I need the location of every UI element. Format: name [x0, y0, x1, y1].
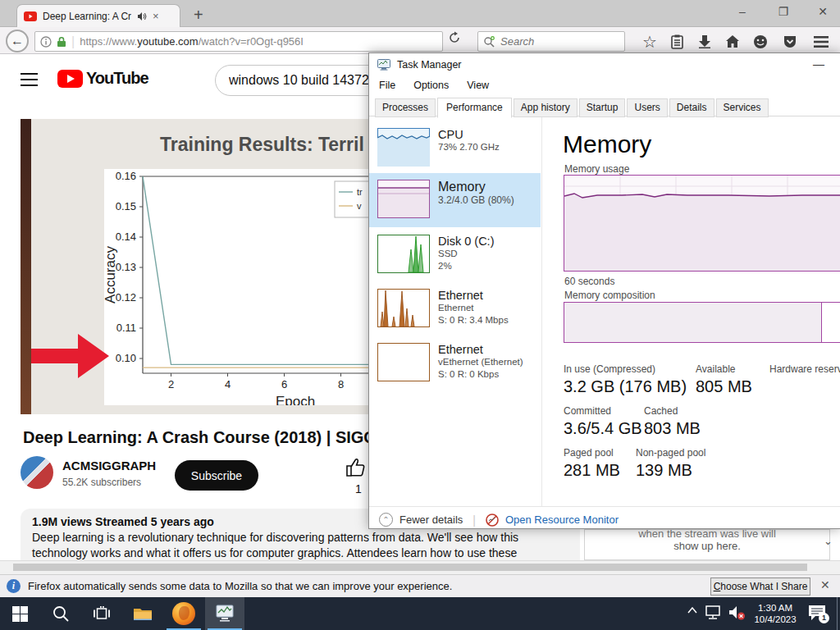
sidebar-ethernet-stats: S: 0 R: 3.4 Mbps	[438, 314, 509, 326]
tab-services[interactable]: Services	[716, 98, 769, 117]
fewer-details-icon[interactable]: ⌃	[379, 513, 393, 527]
sidebar-item-vethernet[interactable]: Ethernet vEthernet (Ethernet) S: 0 R: 0 …	[369, 340, 541, 393]
back-button[interactable]: ←	[6, 30, 29, 52]
channel-subscribers: 55.2K subscribers	[62, 477, 141, 488]
start-button[interactable]	[0, 597, 39, 630]
firefox-notification-bar: i Firefox automatically sends some data …	[0, 574, 840, 597]
browser-tab[interactable]: Deep Learning: A Cras... ×	[16, 4, 180, 27]
footer-separator	[369, 506, 840, 507]
svg-text:0.10: 0.10	[116, 352, 136, 364]
stat-in-use-label: In use (Compressed)	[564, 363, 703, 375]
resource-monitor-icon[interactable]	[486, 514, 499, 527]
youtube-menu-icon[interactable]	[21, 73, 38, 86]
channel-avatar[interactable]	[21, 456, 53, 489]
chevron-down-icon[interactable]: ⌄	[824, 535, 833, 547]
firefox-taskbar-button[interactable]	[164, 597, 203, 630]
home-icon[interactable]	[722, 31, 743, 52]
task-manager-window[interactable]: Task Manager — File Options View Process…	[368, 52, 840, 529]
sidebar-disk-name: Disk 0 (C:)	[438, 235, 494, 248]
notification-close-icon[interactable]: ✕	[820, 578, 830, 591]
footer-divider: |	[472, 514, 476, 527]
task-manager-taskbar-button[interactable]	[205, 597, 244, 630]
network-tray-icon[interactable]	[705, 605, 722, 620]
choose-what-i-share-button[interactable]: Choose What I Share	[710, 578, 810, 596]
taskbar-clock[interactable]: 1:30 AM 10/4/2023	[748, 602, 802, 625]
task-manager-minimize-button[interactable]: —	[801, 55, 837, 75]
menu-view[interactable]: View	[467, 80, 489, 91]
menu-hamburger-icon[interactable]	[810, 31, 832, 52]
live-chat-panel-fragment: when the stream was live will show up he…	[584, 529, 830, 560]
https-lock-icon[interactable]	[57, 36, 66, 48]
open-resource-monitor-link[interactable]: Open Resource Monitor	[505, 514, 619, 526]
vethernet-mini-graph	[377, 343, 430, 381]
subscribe-button[interactable]: Subscribe	[175, 460, 258, 491]
action-center-button[interactable]: 1	[808, 605, 826, 621]
youtube-logo-text: YouTube	[86, 69, 148, 88]
like-count: 1	[355, 482, 362, 495]
new-tab-button[interactable]: +	[194, 6, 203, 24]
task-manager-footer: ⌃ Fewer details | Open Resource Monitor	[379, 513, 619, 527]
url-path: /watch?v=r0Ogt-q956I	[199, 35, 304, 48]
volume-muted-tray-icon[interactable]	[728, 605, 746, 621]
tab-app-history[interactable]: App history	[514, 98, 578, 117]
stat-available-value: 805 MB	[696, 377, 835, 396]
stat-non-paged-pool: Non-paged pool 139 MB	[636, 447, 775, 480]
page-info-icon[interactable]	[40, 36, 52, 48]
url-bar[interactable]: | https://www.youtube.com/watch?v=r0Ogt-…	[34, 31, 443, 52]
tab-users[interactable]: Users	[627, 98, 667, 117]
taskbar-search-button[interactable]	[41, 597, 80, 630]
sidebar-item-cpu[interactable]: CPU 73% 2.70 GHz	[369, 126, 541, 178]
notification-badge: 1	[819, 613, 829, 623]
tab-close-icon[interactable]: ×	[153, 10, 159, 22]
task-view-icon	[93, 606, 111, 621]
svg-text:2: 2	[168, 378, 174, 390]
tab-startup[interactable]: Startup	[579, 98, 626, 117]
file-explorer-button[interactable]	[123, 597, 162, 630]
tab-details[interactable]: Details	[669, 98, 714, 117]
tab-performance[interactable]: Performance	[437, 98, 512, 118]
sidebar-item-memory[interactable]: Memory 3.2/4.0 GB (80%)	[369, 173, 541, 227]
bookmark-star-icon[interactable]: ☆	[639, 31, 660, 52]
menu-options[interactable]: Options	[413, 80, 449, 91]
sidebar-vethernet-adapter: vEthernet (Ethernet)	[438, 356, 523, 368]
window-close-button[interactable]: ✕	[810, 2, 835, 21]
scrollbar-thumb[interactable]	[13, 564, 807, 571]
menu-file[interactable]: File	[379, 80, 395, 91]
youtube-logo[interactable]: YouTube	[57, 69, 148, 88]
task-manager-icon	[377, 59, 390, 71]
task-manager-title-bar[interactable]: Task Manager	[377, 59, 462, 71]
live-chat-line-2: show up here.	[585, 540, 829, 552]
browser-tab-bar: Deep Learning: A Cras... × + – ❐ ✕	[0, 0, 840, 27]
window-minimize-button[interactable]: –	[730, 2, 755, 21]
browser-search-input[interactable]	[500, 35, 599, 48]
tray-expand-chevron[interactable]	[687, 607, 697, 614]
stat-in-use: In use (Compressed) 3.2 GB (176 MB)	[564, 363, 703, 396]
task-view-button[interactable]	[82, 597, 121, 630]
memory-panel-title: Memory	[563, 130, 651, 158]
sidebar-item-ethernet[interactable]: Ethernet Ethernet S: 0 R: 3.4 Mbps	[369, 286, 541, 339]
sidebar-item-disk[interactable]: Disk 0 (C:) SSD 2%	[369, 232, 541, 285]
stat-hardware-reserved: Hardware reserved	[769, 363, 840, 377]
browser-search-box[interactable]	[477, 31, 625, 52]
sidebar-vethernet-stats: S: 0 R: 0 Kbps	[438, 368, 523, 381]
stat-non-paged-pool-value: 139 MB	[636, 461, 775, 480]
reload-button[interactable]	[448, 31, 469, 52]
svg-text:0.16: 0.16	[116, 170, 136, 182]
stat-cached-value: 803 MB	[644, 419, 783, 438]
downloads-icon[interactable]	[694, 31, 715, 52]
channel-name[interactable]: ACMSIGGRAPH	[62, 459, 156, 472]
fewer-details-button[interactable]: Fewer details	[399, 514, 463, 526]
window-maximize-button[interactable]: ❐	[771, 2, 796, 21]
feedback-smiley-icon[interactable]	[750, 31, 771, 52]
tab-processes[interactable]: Processes	[375, 98, 436, 117]
url-domain: youtube.com	[137, 35, 198, 48]
pocket-icon[interactable]	[779, 31, 801, 52]
memory-usage-label: Memory usage	[564, 163, 629, 175]
like-icon[interactable]	[345, 458, 367, 477]
reading-list-icon[interactable]	[666, 31, 687, 52]
svg-text:8: 8	[338, 378, 344, 390]
video-player[interactable]: Training Results: Terril 0.160.150.140.1…	[21, 119, 373, 414]
tab-audio-icon[interactable]	[137, 11, 147, 21]
svg-text:0.12: 0.12	[116, 291, 136, 304]
sidebar-vethernet-name: Ethernet	[438, 343, 523, 356]
